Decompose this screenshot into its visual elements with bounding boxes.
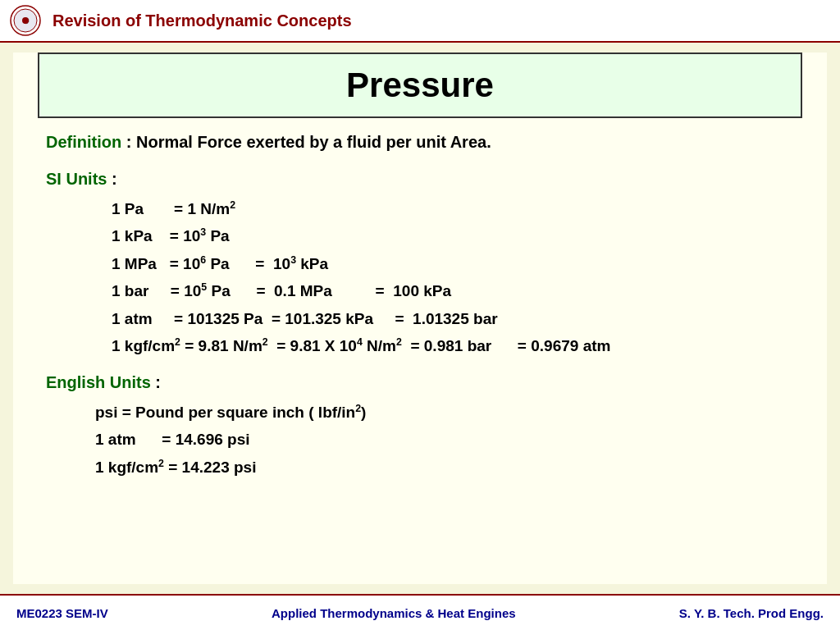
title-box: Pressure <box>38 52 802 118</box>
eng-row-psi: psi = Pound per square inch ( lbf/in2) <box>95 400 794 424</box>
si-row-5: 1 atm = 101325 Pa = 101.325 kPa = 1.0132… <box>112 307 794 331</box>
si-units-header: SI Units : <box>46 170 794 189</box>
page-title: Pressure <box>346 66 494 104</box>
footer-left: ME0223 SEM-IV <box>16 606 108 620</box>
si-units-colon: : <box>107 170 116 188</box>
main-content: Pressure Definition : Normal Force exert… <box>13 52 827 584</box>
footer: ME0223 SEM-IV Applied Thermodynamics & H… <box>0 594 840 630</box>
si-row-2: 1 kPa = 103 Pa <box>112 224 794 248</box>
logo-icon: ⚙ <box>10 5 41 36</box>
si-row-4: 1 bar = 105 Pa = 0.1 MPa = 100 kPa <box>112 279 794 303</box>
eng-row-atm: 1 atm = 14.696 psi <box>95 427 794 451</box>
svg-point-3 <box>22 17 29 24</box>
definition-line: Definition : Normal Force exerted by a f… <box>46 133 794 152</box>
header-title: Revision of Thermodynamic Concepts <box>52 11 352 30</box>
header: ⚙ Revision of Thermodynamic Concepts <box>0 0 840 43</box>
english-units-colon: : <box>151 373 161 391</box>
definition-label: Definition <box>46 133 121 151</box>
si-row-1: 1 Pa = 1 N/m2 <box>112 197 794 221</box>
si-row-kgf: 1 kgf/cm2 = 9.81 N/m2 = 9.81 X 104 N/m2 … <box>112 334 794 358</box>
si-units-table: 1 Pa = 1 N/m2 1 kPa = 103 Pa 1 MPa = 106… <box>112 197 794 358</box>
eng-row-kgf: 1 kgf/cm2 = 14.223 psi <box>95 455 794 479</box>
english-units-label: English Units <box>46 373 151 391</box>
english-units-header: English Units : <box>46 373 794 392</box>
si-row-3: 1 MPa = 106 Pa = 103 kPa <box>112 252 794 276</box>
content-area: Definition : Normal Force exerted by a f… <box>13 118 827 502</box>
footer-center: Applied Thermodynamics & Heat Engines <box>272 606 516 620</box>
footer-right: S. Y. B. Tech. Prod Engg. <box>679 606 824 620</box>
english-units-table: psi = Pound per square inch ( lbf/in2) 1… <box>95 400 794 479</box>
si-units-label: SI Units <box>46 170 107 188</box>
definition-text: : Normal Force exerted by a fluid per un… <box>121 133 491 151</box>
